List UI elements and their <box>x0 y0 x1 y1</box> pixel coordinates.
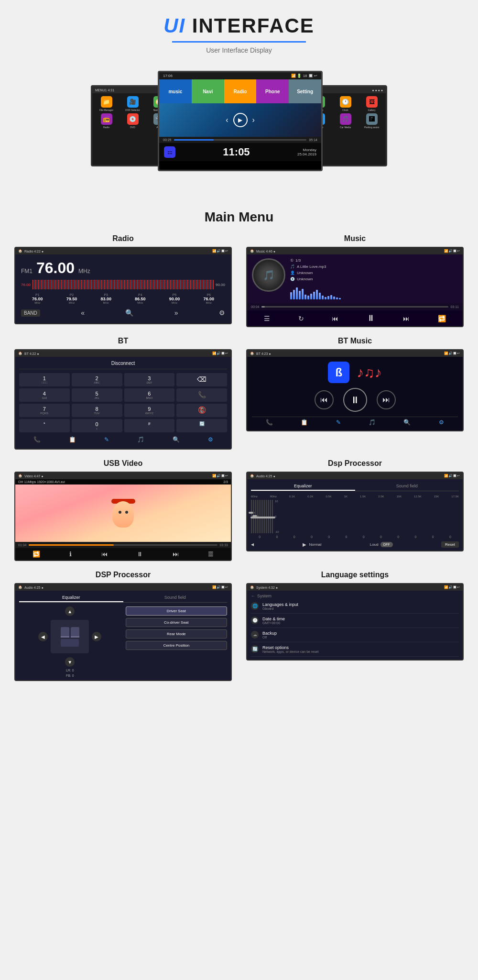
bt-key-0[interactable]: 0+ <box>72 419 122 432</box>
main-menu-title: Main Menu <box>14 209 464 225</box>
dsp-reset-button[interactable]: Reset <box>441 541 459 548</box>
dsp-prev-icon[interactable]: ◀ <box>251 542 254 547</box>
nav-tab-radio[interactable]: Radio <box>224 79 257 103</box>
bt-next-button[interactable]: ⏭ <box>377 390 396 409</box>
right-arrow-button[interactable]: ▶ <box>92 632 101 641</box>
prev-arrow-icon[interactable]: ‹ <box>226 116 228 124</box>
bt-key-star[interactable]: * <box>19 419 70 432</box>
video-prev-icon[interactable]: ⏮ <box>101 551 108 558</box>
nav-tab-navi[interactable]: Navi <box>192 79 224 103</box>
lang-item-backup[interactable]: ☁ Backup Off <box>251 631 459 642</box>
bt-key-8[interactable]: 8TUV <box>72 404 122 417</box>
codriver-seat-button[interactable]: Co-driver Seat <box>126 618 228 627</box>
search-icon[interactable]: 🔍 <box>125 309 133 317</box>
repeat-icon[interactable]: ↻ <box>298 315 304 322</box>
video-next-icon[interactable]: ⏭ <box>173 551 179 558</box>
left-arrow-button[interactable]: ◀ <box>38 632 48 641</box>
next-arrow-icon[interactable]: › <box>252 116 255 124</box>
preset-p5[interactable]: P5 90.00 MHz <box>158 293 191 304</box>
down-arrow-button[interactable]: ▼ <box>65 657 75 667</box>
icon-dvd[interactable]: 💿 DVD <box>120 113 145 129</box>
prev-icon[interactable]: ⏮ <box>332 315 338 322</box>
bt-bottom-edit-icon[interactable]: ✎ <box>336 419 341 426</box>
music-screen: 🏠 Music 4:46 ● 📶🔊🔲↩ 🎵 ① 1/3 <box>246 247 464 327</box>
dsp-tab-equalizer[interactable]: Equalizer <box>251 482 355 491</box>
music-signal-icon: 📶🔊🔲↩ <box>444 249 460 253</box>
nav-tab-music[interactable]: music <box>159 79 192 103</box>
icon-file-manager[interactable]: 📁 File Manager <box>94 96 119 111</box>
playlist-icon[interactable]: ☰ <box>264 315 270 322</box>
dsp2-tab-equalizer[interactable]: Equalizer <box>19 594 123 602</box>
bt-bottom-settings-icon[interactable]: ⚙ <box>439 419 444 426</box>
preset-p3[interactable]: P3 83.00 MHz <box>89 293 122 304</box>
icon-parking-assist[interactable]: 🅿 Parking assist <box>359 113 384 129</box>
preset-p6[interactable]: P6 76.00 MHz <box>192 293 225 304</box>
bt-music-status-right: 📶🔊🔲↩ <box>444 352 460 355</box>
bt-bottom-contacts-icon[interactable]: 📋 <box>301 419 308 426</box>
bt-key-6[interactable]: 6MNO <box>124 388 175 402</box>
icon-clock[interactable]: 🕐 Clock <box>333 96 358 111</box>
bt-edit-icon[interactable]: ✎ <box>104 436 109 443</box>
back-icon[interactable]: ← <box>251 594 255 598</box>
preset-p1[interactable]: P1 76.00 MHz <box>21 293 54 304</box>
bt-key-7[interactable]: 7PQRS <box>19 404 70 417</box>
video-playlist-icon[interactable]: ☰ <box>208 551 214 558</box>
bt-key-hash[interactable]: # <box>124 419 175 432</box>
bt-bottom-search-icon[interactable]: 🔍 <box>403 419 411 426</box>
bt-contacts-icon[interactable]: 📋 <box>69 436 76 443</box>
icon-dvr-selector[interactable]: 🎥 DVR Selector <box>120 96 145 111</box>
seat-lr-info: LR: 0 <box>66 669 74 672</box>
bt-key-1[interactable]: 1□□□ <box>19 373 70 386</box>
icon-car-media[interactable]: 🎵 Car Media <box>333 113 358 129</box>
lang-item-languages[interactable]: 🌐 Languages & input Gboard <box>251 602 459 614</box>
band-button[interactable]: BAND <box>21 309 40 317</box>
dsp-tab-soundfield[interactable]: Sound field <box>355 482 459 491</box>
play-pause-icon[interactable]: ⏸ <box>367 313 375 323</box>
lang-item-reset[interactable]: 🔄 Reset options Network, apps, or device… <box>251 645 459 657</box>
preset-p4[interactable]: P4 86.50 MHz <box>124 293 157 304</box>
bt-play-pause-button[interactable]: ⏸ <box>343 388 367 412</box>
icon-gallery[interactable]: 🖼 Gallery <box>359 96 384 111</box>
bt-key-4[interactable]: 4GHI <box>19 388 70 402</box>
video-info-icon[interactable]: ℹ <box>69 551 72 558</box>
bt-search-icon[interactable]: 🔍 <box>173 436 180 443</box>
video-repeat-icon[interactable]: 🔁 <box>33 551 40 558</box>
music-info: ① 1/3 🎵 A Little Love.mp3 👤 Unknown <box>290 258 458 299</box>
rear-mode-button[interactable]: Rear Mode <box>126 629 228 639</box>
bt-prev-button[interactable]: ⏮ <box>315 390 334 409</box>
bt-key-endcall[interactable]: 📵 <box>176 404 227 417</box>
preset-p2[interactable]: P2 79.50 MHz <box>55 293 88 304</box>
dsp-play-icon[interactable]: ▶ <box>303 542 306 547</box>
next-track-icon[interactable]: » <box>174 309 178 317</box>
bt-key-call[interactable]: 📞 <box>176 388 227 402</box>
driver-seat-button[interactable]: Driver Seat <box>126 606 228 616</box>
dsp2-tab-soundfield[interactable]: Sound field <box>123 594 228 602</box>
dsp-toggle[interactable]: OFF <box>380 542 393 547</box>
apps-icon[interactable]: ⚏ <box>164 146 175 158</box>
bt-bottom-sound-icon[interactable]: 🎵 <box>369 419 376 426</box>
bt-sound-icon[interactable]: 🎵 <box>137 436 144 443</box>
bt-key-del[interactable]: ⌫ <box>176 373 227 386</box>
bt-key-2[interactable]: 2ABC <box>72 373 122 386</box>
eq-bar-17 <box>336 297 338 299</box>
up-arrow-button[interactable]: ▲ <box>65 606 75 616</box>
bt-call-icon[interactable]: 📞 <box>33 436 41 443</box>
bt-key-3[interactable]: 3DEF <box>124 373 175 386</box>
bt-bottom-call-icon[interactable]: 📞 <box>266 419 273 426</box>
lang-item-datetime[interactable]: 🕐 Date & time GMT+00:00 <box>251 617 459 628</box>
centre-position-button[interactable]: Centre Position <box>126 641 228 650</box>
shuffle-icon[interactable]: 🔁 <box>438 315 446 322</box>
play-button[interactable]: ▶ <box>233 113 248 127</box>
video-play-icon[interactable]: ⏸ <box>137 551 143 558</box>
prev-track-icon[interactable]: « <box>81 309 85 317</box>
nav-tab-phone[interactable]: Phone <box>256 79 289 103</box>
nav-tab-setting[interactable]: Setting <box>289 79 321 103</box>
dsp-slider-12[interactable] <box>272 500 273 533</box>
bt-key-refresh[interactable]: 🔄 <box>176 419 227 432</box>
next-icon[interactable]: ⏭ <box>403 315 410 322</box>
settings-icon[interactable]: ⚙ <box>219 309 225 317</box>
bt-settings-icon[interactable]: ⚙ <box>208 436 213 443</box>
bt-key-9[interactable]: 9WXYZ <box>124 404 175 417</box>
bt-key-5[interactable]: 5JKL <box>72 388 122 402</box>
icon-radio[interactable]: 📻 Radio <box>94 113 119 129</box>
